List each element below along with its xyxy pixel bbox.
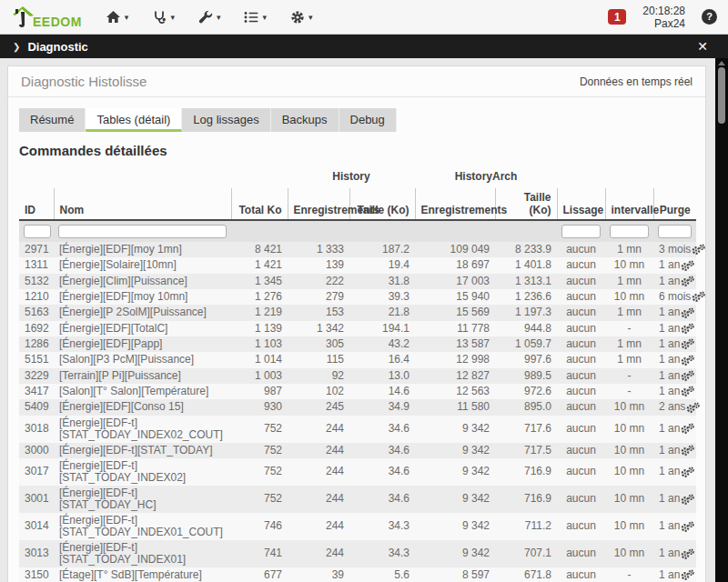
cell-history-enregistrements: 1 333 <box>288 242 349 257</box>
cell-history-taille: 14.6 <box>349 384 415 399</box>
cell-intervalle: - <box>605 321 653 336</box>
purge-settings-icon[interactable] <box>681 338 694 350</box>
tab-log-lissages[interactable]: Log lissages <box>182 108 270 132</box>
col-header-nom[interactable]: Nom <box>54 188 231 220</box>
menu-settings[interactable]: ▾ <box>290 10 313 25</box>
purge-settings-icon[interactable] <box>681 445 694 457</box>
cell-lissage: aucun <box>557 384 605 399</box>
cell-total-ko: 746 <box>231 513 288 540</box>
cell-nom: [Énergie][EDF][moy 10mn] <box>54 289 231 305</box>
table-row: 5409 [Énergie][EDF][Conso 15] 930 245 34… <box>19 399 696 415</box>
purge-filter-input[interactable] <box>658 225 692 238</box>
cell-purge: 1 an <box>653 257 696 273</box>
table-body: 2971 [Énergie][EDF][moy 1mn] 8 421 1 333… <box>19 242 696 582</box>
cell-intervalle: 1 mn <box>605 242 653 257</box>
cell-id: 1311 <box>19 257 54 273</box>
cell-id: 3017 <box>19 458 54 486</box>
cell-historyarch-enregistrements: 9 342 <box>415 443 495 458</box>
scrollbar-thumb[interactable] <box>718 67 725 124</box>
cell-historyarch-enregistrements: 12 563 <box>415 384 495 399</box>
cell-total-ko: 741 <box>231 540 288 567</box>
lissage-filter-input[interactable] <box>561 225 601 238</box>
cell-nom: [Étage][T° SdB][Température] <box>54 567 231 582</box>
chevron-down-icon: ▾ <box>262 13 267 22</box>
cell-historyarch-enregistrements: 8 597 <box>415 567 495 582</box>
purge-settings-icon[interactable] <box>681 355 694 366</box>
purge-settings-icon[interactable] <box>692 291 705 303</box>
notifications-badge[interactable]: 1 <box>608 9 626 25</box>
cell-nom: [Énergie][EDF][moy 1mn] <box>54 242 231 257</box>
cell-historyarch-enregistrements: 11 778 <box>415 321 495 336</box>
cell-purge: 1 an <box>653 443 696 458</box>
table-row: 3150 [Étage][T° SdB][Température] 677 39… <box>19 567 696 582</box>
cell-historyarch-taille: 997.6 <box>495 352 557 367</box>
purge-settings-icon[interactable] <box>681 370 694 382</box>
cell-nom: [Énergie][EDF-t] [STAT_TODAY_INDEX01_COU… <box>54 513 231 540</box>
menu-health[interactable]: ▾ <box>152 10 175 25</box>
scroll-up-arrow-icon[interactable] <box>718 61 725 65</box>
cell-history-enregistrements: 39 <box>288 567 349 582</box>
tab-resume[interactable]: Résumé <box>19 108 86 132</box>
col-header-lissage[interactable]: Lissage <box>557 188 605 220</box>
col-header-purge[interactable]: Purge <box>653 188 696 220</box>
purge-settings-icon[interactable] <box>681 260 694 272</box>
tab-debug[interactable]: Debug <box>339 108 397 132</box>
intervalle-filter-input[interactable] <box>610 225 649 238</box>
cell-history-enregistrements: 1 342 <box>288 321 349 336</box>
close-icon[interactable]: ✕ <box>697 39 708 54</box>
col-header-id[interactable]: ID <box>19 188 54 220</box>
chevron-down-icon: ▾ <box>217 13 221 22</box>
tab-tables-detail[interactable]: Tables (détail) <box>86 108 182 132</box>
purge-settings-icon[interactable] <box>681 569 694 581</box>
cell-historyarch-taille: 1 313.1 <box>495 274 557 289</box>
cell-id: 3013 <box>19 540 54 567</box>
cell-total-ko: 752 <box>231 486 288 513</box>
cell-total-ko: 987 <box>231 384 288 399</box>
purge-settings-icon[interactable] <box>681 386 694 397</box>
menu-tools[interactable]: ▾ <box>198 10 221 25</box>
cell-total-ko: 1 014 <box>231 352 288 367</box>
menu-summary[interactable]: ▾ <box>244 11 267 24</box>
purge-settings-icon[interactable] <box>692 244 705 256</box>
table-row: 3018 [Énergie][EDF-t] [STAT_TODAY_INDEX0… <box>19 416 696 443</box>
cell-nom: [Terrain][P Pi][Puissance] <box>54 368 231 384</box>
purge-settings-icon[interactable] <box>681 307 694 319</box>
gear-icon <box>290 10 305 25</box>
tab-backups[interactable]: Backups <box>271 108 339 132</box>
purge-settings-icon[interactable] <box>681 548 694 560</box>
menu-home[interactable]: ▾ <box>106 10 129 24</box>
purge-settings-icon[interactable] <box>681 494 694 506</box>
cell-history-taille: 34.6 <box>349 486 415 513</box>
table-row: 1692 [Énergie][EDF][TotalC] 1 139 1 342 … <box>19 321 696 336</box>
cell-purge: 1 an <box>653 368 696 384</box>
cell-historyarch-enregistrements: 15 569 <box>415 305 495 320</box>
cell-nom: [Énergie][EDF-t][STAT_TODAY] <box>54 443 231 458</box>
scrollbar-track[interactable] <box>715 58 728 582</box>
col-header-history-taille[interactable]: Taille (Ko) <box>349 188 415 220</box>
cell-historyarch-enregistrements: 18 697 <box>415 257 495 273</box>
cell-history-enregistrements: 305 <box>288 336 349 352</box>
col-header-intervalle[interactable]: intervalle <box>605 188 653 220</box>
cell-nom: [Énergie][EDF-t] [STAT_TODAY_INDEX02_COU… <box>54 416 231 443</box>
cell-historyarch-enregistrements: 9 342 <box>415 540 495 567</box>
purge-settings-icon[interactable] <box>681 423 694 435</box>
cell-purge: 1 an <box>653 321 696 336</box>
col-header-total-ko[interactable]: Total Ko <box>231 188 288 220</box>
table-row: 3001 [Énergie][EDF-t][STAT_TODAY_HC] 752… <box>19 486 696 513</box>
purge-settings-icon[interactable] <box>681 276 694 287</box>
col-header-history-enregistrements[interactable]: Enregistrements <box>288 188 349 220</box>
purge-settings-icon[interactable] <box>681 323 694 335</box>
jeedom-house-icon <box>11 5 35 29</box>
help-icon[interactable]: ? <box>702 9 717 25</box>
purge-settings-icon[interactable] <box>686 402 700 414</box>
cell-history-enregistrements: 244 <box>288 458 349 486</box>
cell-intervalle: - <box>605 368 653 384</box>
col-header-historyarch-enregistrements[interactable]: Enregistrements <box>415 188 495 220</box>
jeedom-logo[interactable]: EEDOM <box>11 5 82 29</box>
id-filter-input[interactable] <box>24 225 51 238</box>
cell-total-ko: 1 345 <box>231 274 288 289</box>
purge-settings-icon[interactable] <box>681 521 694 533</box>
purge-settings-icon[interactable] <box>681 467 694 478</box>
cell-history-enregistrements: 244 <box>288 443 349 458</box>
nom-filter-input[interactable] <box>58 225 227 238</box>
